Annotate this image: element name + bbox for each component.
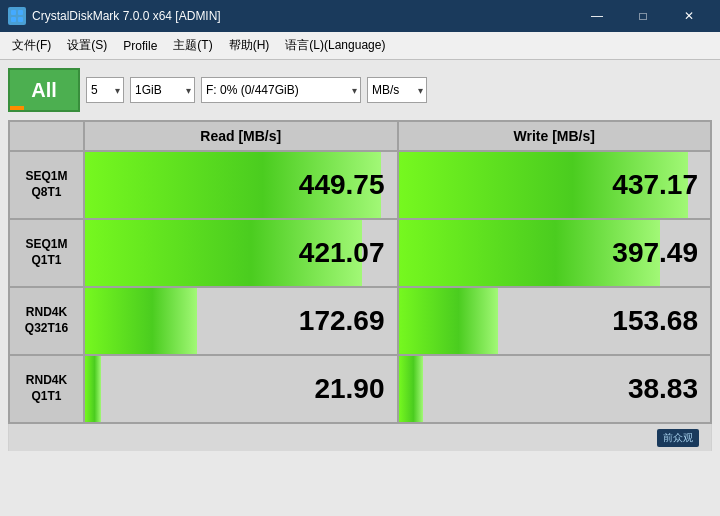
write-cell-1: 397.49	[398, 219, 712, 287]
svg-rect-3	[18, 17, 23, 22]
read-cell-2: 172.69	[84, 287, 398, 355]
title-bar: CrystalDiskMark 7.0.0 x64 [ADMIN] — □ ✕	[0, 0, 720, 32]
window-controls: — □ ✕	[574, 0, 712, 32]
benchmark-table: Read [MB/s] Write [MB/s] SEQ1MQ8T1 449.7…	[8, 120, 712, 451]
row-label-2: RND4KQ32T16	[9, 287, 84, 355]
menu-language[interactable]: 语言(L)(Language)	[277, 33, 393, 58]
svg-rect-1	[18, 10, 23, 15]
unit-select[interactable]: MB/s GB/s IOPS μs	[368, 78, 419, 102]
drive-select[interactable]: F: 0% (0/447GiB)	[202, 78, 317, 102]
size-select[interactable]: 16MiB 64MiB 256MiB 1GiB 4GiB 16GiB 32GiB…	[131, 78, 194, 102]
app-icon	[8, 7, 26, 25]
watermark: 前众观	[657, 429, 699, 447]
write-cell-2: 153.68	[398, 287, 712, 355]
unit-select-wrapper[interactable]: MB/s GB/s IOPS μs	[367, 77, 427, 103]
minimize-button[interactable]: —	[574, 0, 620, 32]
maximize-button[interactable]: □	[620, 0, 666, 32]
read-cell-3: 21.90	[84, 355, 398, 423]
close-button[interactable]: ✕	[666, 0, 712, 32]
table-header: Read [MB/s] Write [MB/s]	[9, 121, 711, 151]
read-cell-0: 449.75	[84, 151, 398, 219]
menu-settings[interactable]: 设置(S)	[59, 33, 115, 58]
row-label-1: SEQ1MQ1T1	[9, 219, 84, 287]
write-header: Write [MB/s]	[398, 121, 712, 151]
write-cell-0: 437.17	[398, 151, 712, 219]
table-row: RND4KQ32T16 172.69 153.68	[9, 287, 711, 355]
write-cell-3: 38.83	[398, 355, 712, 423]
svg-rect-2	[11, 17, 16, 22]
runs-select-wrapper[interactable]: 1 3 5 10	[86, 77, 124, 103]
size-select-wrapper[interactable]: 16MiB 64MiB 256MiB 1GiB 4GiB 16GiB 32GiB…	[130, 77, 195, 103]
read-header: Read [MB/s]	[84, 121, 398, 151]
table-row: SEQ1MQ1T1 421.07 397.49	[9, 219, 711, 287]
drive-select-wrapper[interactable]: F: 0% (0/447GiB)	[201, 77, 361, 103]
toolbar: All 1 3 5 10 16MiB 64MiB 256MiB 1GiB 4Gi…	[8, 68, 712, 112]
window-title: CrystalDiskMark 7.0.0 x64 [ADMIN]	[32, 9, 574, 23]
menu-file[interactable]: 文件(F)	[4, 33, 59, 58]
watermark-row: 前众观	[9, 423, 711, 451]
main-content: All 1 3 5 10 16MiB 64MiB 256MiB 1GiB 4Gi…	[0, 60, 720, 516]
table-row: RND4KQ1T1 21.90 38.83	[9, 355, 711, 423]
all-button[interactable]: All	[8, 68, 80, 112]
runs-select[interactable]: 1 3 5 10	[87, 78, 123, 102]
menu-theme[interactable]: 主题(T)	[165, 33, 220, 58]
read-cell-1: 421.07	[84, 219, 398, 287]
table-row: SEQ1MQ8T1 449.75 437.17	[9, 151, 711, 219]
menu-profile[interactable]: Profile	[115, 35, 165, 57]
label-header	[9, 121, 84, 151]
svg-rect-0	[11, 10, 16, 15]
menu-help[interactable]: 帮助(H)	[221, 33, 278, 58]
row-label-0: SEQ1MQ8T1	[9, 151, 84, 219]
row-label-3: RND4KQ1T1	[9, 355, 84, 423]
menu-bar: 文件(F) 设置(S) Profile 主题(T) 帮助(H) 语言(L)(La…	[0, 32, 720, 60]
